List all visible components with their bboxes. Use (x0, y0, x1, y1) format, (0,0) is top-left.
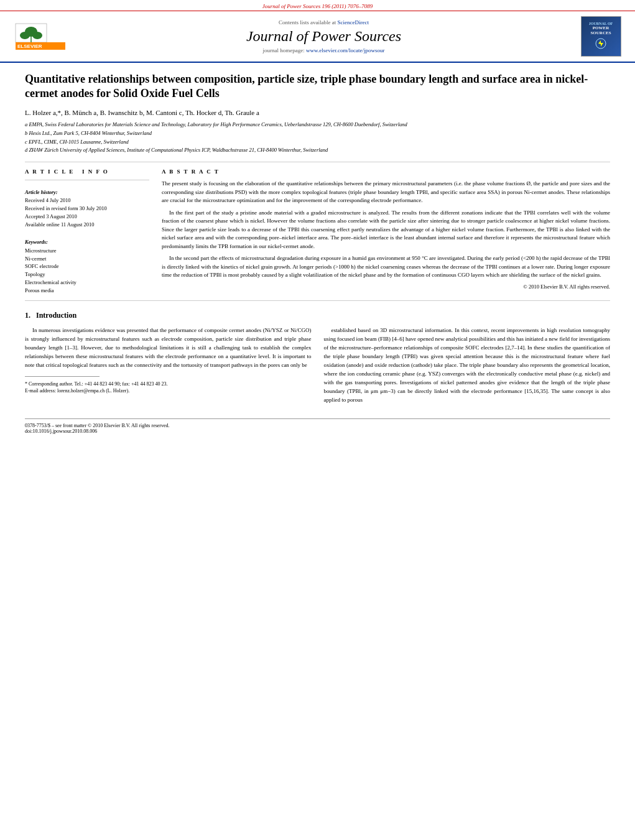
main-content: Quantitative relationships between compo… (0, 63, 635, 440)
keywords-label: Keywords: (25, 239, 149, 245)
affiliation-c: c EPFL, CIME, CH-1015 Lausanne, Switzerl… (25, 139, 610, 146)
intro-col-right: established based on 3D microstructural … (324, 326, 611, 408)
article-info-label: A R T I C L E I N F O (25, 168, 149, 175)
sciencedirect-link[interactable]: ScienceDirect (338, 19, 369, 25)
svg-point-3 (20, 32, 30, 39)
footer-notes: 0378-7753/$ – see front matter © 2010 El… (25, 418, 610, 434)
article-info-box: Article history: Received 4 July 2010 Re… (25, 180, 149, 294)
homepage-url[interactable]: www.elsevier.com/locate/jpowsour (306, 47, 384, 53)
keyword-6: Porous media (25, 287, 149, 295)
svg-text:ELSEVIER: ELSEVIER (17, 44, 42, 49)
power-sources-logo: JOURNAL OF POWER SOURCES (581, 16, 621, 57)
abstract-text: The present study is focusing on the ela… (162, 180, 610, 280)
intro-body: In numerous investigations evidence was … (25, 326, 610, 408)
doi-line: doi:10.1016/j.jpowsour.2010.08.006 (25, 428, 610, 434)
elsevier-logo: ELSEVIER (12, 21, 68, 53)
copyright: © 2010 Elsevier B.V. All rights reserved… (162, 284, 610, 290)
journal-title: Journal of Power Sources (68, 28, 579, 45)
journal-header: ELSEVIER Contents lists available at Sci… (0, 11, 635, 63)
contents-text: Contents lists available at ScienceDirec… (68, 19, 579, 25)
affiliation-b: b Hexis Ltd., Zum Park 5, CH-8404 Winter… (25, 130, 610, 137)
intro-text-right: established based on 3D microstructural … (324, 326, 611, 404)
journal-header-center: Contents lists available at ScienceDirec… (68, 19, 579, 53)
introduction-section: 1. Introduction In numerous investigatio… (25, 311, 610, 408)
header-divider (25, 162, 610, 162)
article-info-col: A R T I C L E I N F O Article history: R… (25, 168, 149, 294)
keywords-list: Microstructure Ni-cermet SOFC electrode … (25, 247, 149, 295)
keyword-4: Topology (25, 270, 149, 279)
history-label: Article history: (25, 189, 149, 195)
affiliation-a: a EMPA, Swiss Federal Laboratories for M… (25, 121, 610, 129)
abstract-para-3: In the second part the effects of micros… (162, 254, 610, 280)
body-divider (25, 300, 610, 301)
affiliations: a EMPA, Swiss Federal Laboratories for M… (25, 121, 610, 155)
intro-col-left: In numerous investigations evidence was … (25, 326, 312, 408)
keyword-2: Ni-cermet (25, 255, 149, 263)
page: Journal of Power Sources 196 (2011) 7076… (0, 0, 635, 840)
affiliation-d: d ZHAW Zürich University of Applied Scie… (25, 147, 610, 154)
accepted-date: Accepted 3 August 2010 (25, 213, 149, 221)
journal-citation: Journal of Power Sources 196 (2011) 7076… (262, 3, 373, 9)
abstract-col: A B S T R A C T The present study is foc… (162, 168, 610, 294)
authors-line: L. Holzer a,*, B. Münch a, B. Iwanschitz… (25, 109, 610, 116)
journal-homepage: journal homepage: www.elsevier.com/locat… (68, 47, 579, 53)
corresponding-author-note: * Corresponding author. Tel.: +41 44 823… (25, 381, 312, 394)
online-date: Available online 11 August 2010 (25, 221, 149, 229)
intro-text-left: In numerous investigations evidence was … (25, 326, 312, 370)
abstract-para-2: In the first part of the study a pristin… (162, 209, 610, 251)
issn-line: 0378-7753/$ – see front matter © 2010 El… (25, 423, 610, 428)
keyword-1: Microstructure (25, 247, 149, 255)
svg-point-4 (32, 32, 42, 39)
received-date: Received 4 July 2010 (25, 197, 149, 205)
article-title: Quantitative relationships between compo… (25, 72, 610, 101)
keyword-3: SOFC electrode (25, 262, 149, 270)
abstract-para-1: The present study is focusing on the ela… (162, 180, 610, 205)
abstract-label: A B S T R A C T (162, 168, 610, 175)
footnote-divider (25, 376, 100, 377)
journal-logo-right: JOURNAL OF POWER SOURCES (579, 16, 623, 57)
intro-title: 1. Introduction (25, 311, 610, 320)
keyword-5: Electrochemical activity (25, 279, 149, 287)
journal-top-bar: Journal of Power Sources 196 (2011) 7076… (0, 0, 635, 11)
revised-date: Received in revised form 30 July 2010 (25, 205, 149, 213)
article-info-abstract: A R T I C L E I N F O Article history: R… (25, 168, 610, 294)
